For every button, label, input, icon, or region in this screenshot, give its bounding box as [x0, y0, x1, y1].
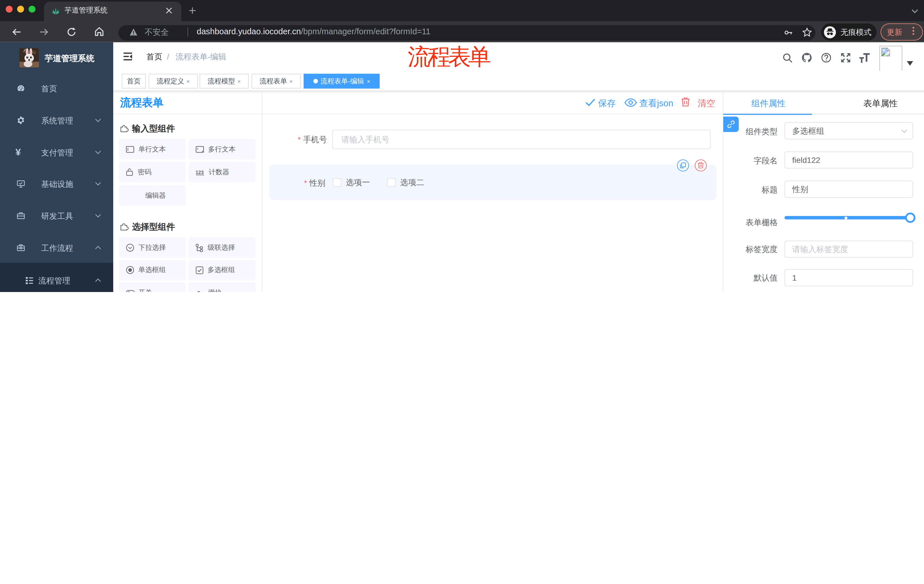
svg-text:123: 123 — [196, 170, 203, 175]
